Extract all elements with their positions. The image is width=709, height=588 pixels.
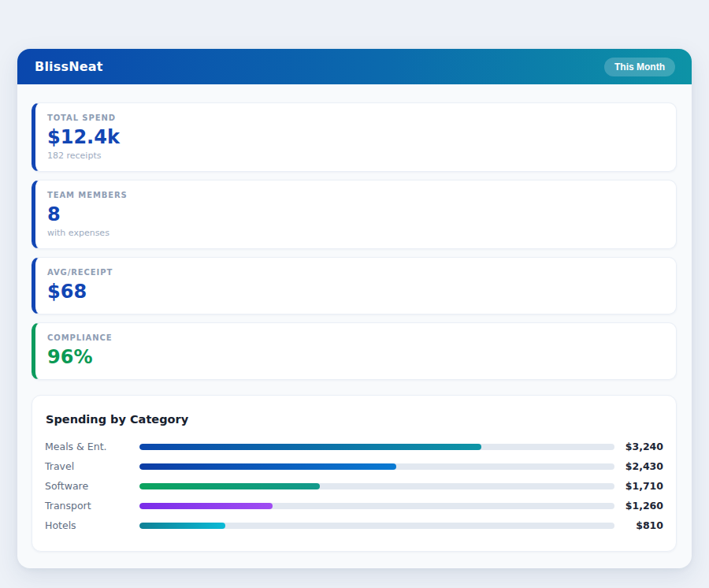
category-value: $3,240 bbox=[614, 441, 663, 452]
category-value: $810 bbox=[614, 519, 663, 531]
chart-title: Spending by Category bbox=[46, 413, 663, 426]
stat-subtext: with expenses bbox=[47, 228, 663, 238]
stat-card: TEAM MEMBERS 8 with expenses bbox=[32, 180, 677, 249]
category-value: $1,260 bbox=[614, 500, 663, 512]
stat-value: 8 bbox=[47, 203, 663, 226]
category-rows: Meals & Ent. $3,240 Travel $2,430 Softwa… bbox=[45, 437, 663, 535]
stat-value: $12.4k bbox=[47, 125, 663, 149]
category-label: Software bbox=[45, 480, 139, 492]
bar-track bbox=[139, 463, 614, 470]
bar-fill bbox=[139, 483, 320, 489]
stat-value: $68 bbox=[47, 280, 663, 303]
stat-card: TOTAL SPEND $12.4k 182 receipts bbox=[32, 102, 677, 172]
category-value: $1,710 bbox=[614, 480, 663, 492]
category-label: Hotels bbox=[45, 519, 139, 531]
bar-track bbox=[139, 503, 614, 509]
category-label: Transport bbox=[45, 500, 139, 512]
bar-track bbox=[139, 444, 614, 450]
spending-by-category-card: Spending by Category Meals & Ent. $3,240… bbox=[32, 395, 677, 552]
stat-label: TEAM MEMBERS bbox=[47, 191, 663, 199]
bar-fill bbox=[139, 463, 396, 470]
stat-label: AVG/RECEIPT bbox=[47, 268, 663, 277]
stats-list: TOTAL SPEND $12.4k 182 receipts TEAM MEM… bbox=[32, 102, 677, 380]
category-value: $2,430 bbox=[614, 460, 663, 472]
stat-subtext: 182 receipts bbox=[47, 151, 663, 161]
category-row: Transport $1,260 bbox=[45, 496, 663, 515]
bar-fill bbox=[139, 523, 225, 529]
bar-track bbox=[139, 483, 614, 489]
stat-card: COMPLIANCE 96% bbox=[32, 322, 677, 380]
period-badge[interactable]: This Month bbox=[604, 58, 675, 76]
dashboard-content: TOTAL SPEND $12.4k 182 receipts TEAM MEM… bbox=[17, 84, 692, 552]
stat-label: TOTAL SPEND bbox=[47, 114, 663, 122]
category-label: Meals & Ent. bbox=[45, 441, 139, 452]
stat-value: 96% bbox=[47, 345, 663, 369]
bar-fill bbox=[139, 444, 481, 450]
dashboard-panel: BlissNeat This Month TOTAL SPEND $12.4k … bbox=[17, 49, 692, 568]
stat-label: COMPLIANCE bbox=[47, 333, 663, 342]
bar-fill bbox=[139, 503, 273, 509]
category-row: Hotels $810 bbox=[45, 515, 663, 535]
category-label: Travel bbox=[45, 460, 139, 472]
stat-card: AVG/RECEIPT $68 bbox=[32, 257, 677, 314]
app-header: BlissNeat This Month bbox=[17, 49, 692, 84]
category-row: Travel $2,430 bbox=[45, 456, 663, 476]
category-row: Meals & Ent. $3,240 bbox=[45, 437, 663, 456]
bar-track bbox=[139, 523, 614, 529]
category-row: Software $1,710 bbox=[45, 476, 663, 496]
app-title: BlissNeat bbox=[35, 59, 103, 74]
